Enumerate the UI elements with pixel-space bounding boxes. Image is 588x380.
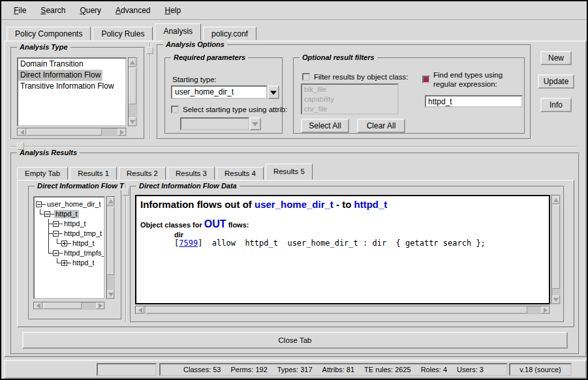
collapse-box-icon[interactable] [53, 221, 59, 227]
scroll-left-button[interactable] [136, 306, 144, 314]
scroll-up-button[interactable] [129, 58, 136, 66]
tree-hscrollbar[interactable] [33, 302, 105, 310]
scrollbar-track[interactable] [552, 204, 560, 295]
clear-all-button[interactable]: Clear All [357, 119, 405, 133]
results-tab[interactable]: Results 1 [70, 167, 117, 180]
main-tab[interactable]: Policy Components [7, 27, 91, 40]
expand-box-icon[interactable] [61, 260, 67, 266]
scroll-up-button[interactable] [552, 196, 560, 204]
results-tab[interactable]: Results 2 [119, 167, 166, 180]
scroll-right-button[interactable] [117, 128, 126, 136]
flow-data-text[interactable]: Information flows out of user_home_dir_t… [135, 195, 550, 304]
tree-node[interactable]: httpd_t [36, 239, 104, 248]
analysis-type-vscrollbar[interactable] [128, 57, 137, 126]
regex-input[interactable] [425, 95, 523, 108]
analysis-type-item[interactable]: Domain Transition [18, 59, 85, 70]
scroll-right-button[interactable] [96, 302, 104, 309]
scrollbar-thumb[interactable] [107, 207, 114, 275]
attrib-checkbox-label[interactable]: Select starting type using attrib: [183, 106, 287, 113]
tree-node-label[interactable]: httpd_t [71, 259, 96, 267]
tree-node[interactable]: user_home_dir_t [36, 199, 104, 209]
menu-item[interactable]: Query [72, 3, 108, 18]
scrollbar-thumb[interactable] [146, 306, 527, 314]
results-tab[interactable]: Results 4 [217, 167, 264, 180]
menu-item[interactable]: Help [157, 3, 188, 18]
attrib-checkbox[interactable] [171, 106, 179, 113]
arrow-down-icon [130, 120, 135, 124]
analysis-type-item[interactable]: Direct Information Flow [18, 70, 102, 81]
update-button[interactable]: Update [538, 74, 574, 89]
flow-tree[interactable]: user_home_dir_thttpd_thttpd_thttpd_tmp_t… [33, 196, 105, 299]
tree-node[interactable]: httpd_t [36, 209, 104, 219]
analysis-type-list[interactable]: Domain Transition Direct Information Flo… [17, 57, 127, 126]
tree-vscrollbar[interactable] [106, 196, 115, 299]
menu-item[interactable]: Advanced [108, 3, 157, 18]
starting-type-value[interactable]: user_home_dir_t [171, 85, 268, 99]
tree-node-label[interactable]: httpd_t [63, 220, 87, 228]
rule-id-link[interactable]: 7599 [179, 239, 198, 248]
results-tab[interactable]: Results 5 [266, 164, 313, 180]
menu-item[interactable]: File [7, 3, 33, 18]
scroll-right-button[interactable] [541, 306, 549, 314]
select-all-button[interactable]: Select All [301, 119, 349, 133]
scroll-down-button[interactable] [107, 290, 114, 299]
sash-handle[interactable] [17, 143, 24, 150]
results-tab[interactable]: Empty Tab [17, 167, 68, 180]
tree-node[interactable]: httpd_t [36, 258, 104, 268]
tree-node-label[interactable]: user_home_dir_t [46, 200, 102, 209]
scrollbar-track[interactable] [26, 128, 117, 136]
scrollbar-thumb[interactable] [27, 128, 102, 136]
combobox-dropdown-button[interactable] [268, 85, 279, 99]
main-tab[interactable]: policy.conf [203, 27, 256, 40]
tree-node[interactable]: httpd_tmp_t [36, 229, 104, 239]
scrollbar-thumb[interactable] [129, 68, 136, 104]
expand-box-icon[interactable] [61, 241, 67, 246]
scroll-up-button[interactable] [107, 197, 114, 205]
collapse-box-icon[interactable] [44, 211, 50, 217]
scrollbar-thumb[interactable] [43, 302, 82, 309]
collapse-box-icon[interactable] [53, 231, 59, 237]
policy-stat: Types: 317 [277, 366, 313, 373]
paned-sash-horizontal[interactable] [10, 146, 577, 147]
tree-line [44, 248, 53, 258]
menu-item-accel: H [164, 6, 170, 15]
scroll-down-button[interactable] [129, 117, 136, 126]
results-sash-vertical[interactable] [125, 184, 127, 321]
menu-item-label: elp [170, 6, 181, 15]
sash-handle[interactable] [122, 188, 129, 196]
new-button[interactable]: New [540, 51, 572, 65]
menu-item[interactable]: Search [33, 3, 72, 18]
tree-node-label[interactable]: httpd_t [54, 210, 79, 218]
scrollbar-thumb[interactable] [552, 205, 560, 289]
analysis-type-hscrollbar[interactable] [17, 128, 127, 136]
main-tab[interactable]: Analysis [155, 23, 201, 40]
paned-sash-vertical[interactable] [149, 43, 151, 139]
filter-object-class-checkbox[interactable] [302, 73, 310, 81]
tree-node-label[interactable]: httpd_t [71, 239, 96, 248]
analysis-type-item[interactable]: Transitive Information Flow [18, 81, 116, 92]
scroll-left-button[interactable] [34, 302, 42, 309]
tree-node[interactable]: httpd_t [36, 219, 104, 229]
sash-handle[interactable] [146, 47, 153, 54]
scroll-left-button[interactable] [18, 128, 26, 136]
tree-node-label[interactable]: httpd_tmp_t [63, 229, 103, 238]
tree-node[interactable]: httpd_tmpfs_t [36, 248, 104, 258]
collapse-box-icon[interactable] [36, 201, 42, 207]
scrollbar-track[interactable] [144, 306, 541, 314]
scrollbar-track[interactable] [129, 66, 136, 117]
data-vscrollbar[interactable] [551, 195, 561, 304]
regex-checkbox-label[interactable]: Find end types using regular expression: [433, 70, 522, 89]
main-tab[interactable]: Policy Rules [93, 27, 153, 40]
starting-type-combobox[interactable]: user_home_dir_t [171, 85, 279, 99]
info-button[interactable]: Info [540, 98, 572, 112]
scroll-down-button[interactable] [552, 295, 560, 304]
close-tab-button[interactable]: Close Tab [22, 332, 568, 349]
regex-checkbox[interactable] [422, 76, 430, 83]
tree-node-label[interactable]: httpd_tmpfs_t [63, 249, 105, 257]
scrollbar-track[interactable] [107, 205, 114, 290]
scrollbar-track[interactable] [42, 302, 96, 309]
collapse-box-icon[interactable] [53, 250, 59, 256]
filter-object-class-label[interactable]: Filter results by object class: [314, 73, 408, 81]
data-hscrollbar[interactable] [135, 306, 550, 314]
results-tab[interactable]: Results 3 [168, 167, 215, 180]
